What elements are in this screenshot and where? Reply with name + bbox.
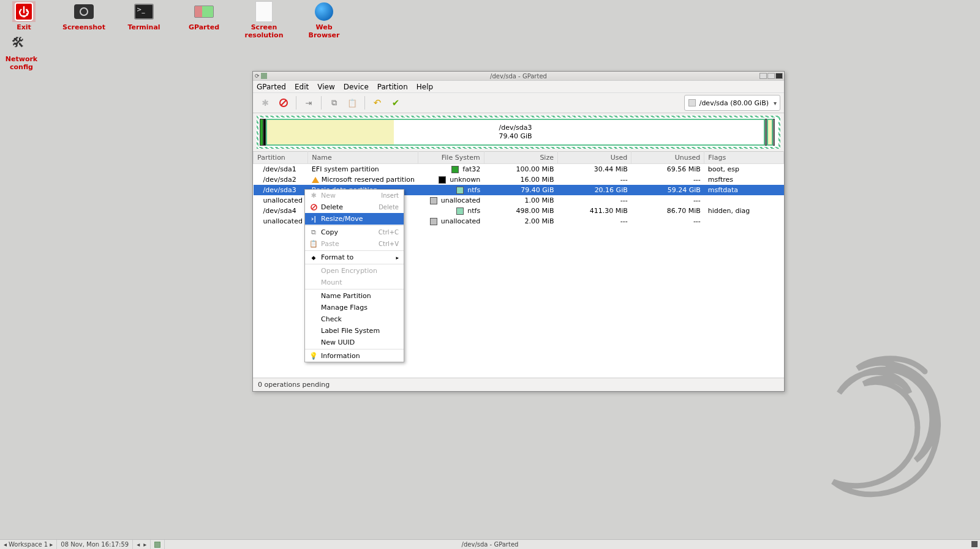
terminal-icon: >_ bbox=[132, 1, 156, 22]
maximize-button[interactable] bbox=[767, 73, 775, 79]
desktop-icon-screenshot[interactable]: Screenshot bbox=[62, 1, 105, 39]
debian-logo-backdrop bbox=[778, 341, 962, 512]
column-header-name[interactable]: Name bbox=[308, 152, 418, 164]
exit-icon: ⏻ bbox=[12, 1, 36, 22]
device-selector-label: /dev/sda (80.00 GiB) bbox=[699, 99, 769, 107]
menu-device[interactable]: Device bbox=[344, 83, 369, 91]
toolbar: ✱ ⇥ ⧉ 📋 ↶ ✔ /dev/sda (80.00 GiB) bbox=[253, 93, 784, 113]
prev-workspace-icon[interactable]: ◂ bbox=[4, 541, 7, 548]
device-selector[interactable]: /dev/sda (80.00 GiB) bbox=[684, 95, 780, 111]
ctx-format-to[interactable]: ◆Format to▸ bbox=[305, 252, 404, 263]
column-header-unused[interactable]: Unused bbox=[631, 152, 704, 164]
ctx-accelerator: Ctrl+C bbox=[379, 229, 399, 236]
ctx-manage-flags[interactable]: Manage Flags bbox=[305, 302, 404, 313]
fs-color-swatch bbox=[456, 207, 464, 215]
ctx-paste: 📋PasteCtrl+V bbox=[305, 238, 404, 250]
map-segment-unalloc2[interactable] bbox=[773, 119, 775, 146]
map-segment-sda4[interactable] bbox=[767, 119, 773, 146]
ctx-label-file-system[interactable]: Label File System bbox=[305, 325, 404, 337]
screenshot-icon bbox=[72, 1, 96, 22]
desktop-icon-terminal[interactable]: >_Terminal bbox=[123, 1, 165, 39]
menubar: GPartedEditViewDevicePartitionHelp bbox=[253, 81, 784, 93]
plus-icon: ✱ bbox=[310, 192, 317, 200]
resize-button[interactable]: ⇥ bbox=[300, 95, 317, 111]
refresh-icon[interactable]: ⟳ bbox=[255, 73, 260, 79]
system-tray[interactable] bbox=[971, 541, 980, 548]
menu-partition[interactable]: Partition bbox=[377, 83, 408, 91]
desktop-icon-webbrowser[interactable]: Web Browser bbox=[303, 1, 345, 39]
ctx-accelerator: Ctrl+V bbox=[379, 241, 399, 247]
partition-context-menu: ✱NewInsertDeleteDelete›|Resize/Move⧉Copy… bbox=[304, 189, 404, 362]
svg-line-3 bbox=[312, 206, 315, 209]
ctx-item-label: Label File System bbox=[321, 327, 380, 335]
menu-gparted[interactable]: GParted bbox=[257, 83, 286, 91]
desktop-icon-screenres[interactable]: Screen resolution bbox=[243, 1, 285, 39]
statusbar: 0 operations pending bbox=[253, 378, 784, 391]
fs-color-swatch bbox=[439, 176, 446, 184]
disk-graphical-map[interactable]: /dev/sda3 79.40 GiB bbox=[257, 116, 780, 149]
ctx-delete[interactable]: DeleteDelete bbox=[305, 201, 404, 213]
undo-button[interactable]: ↶ bbox=[369, 95, 386, 111]
ctx-item-label: Paste bbox=[321, 240, 339, 248]
paste-button[interactable]: 📋 bbox=[344, 95, 361, 111]
ctx-name-partition[interactable]: Name Partition bbox=[305, 290, 404, 302]
desktop-icon-label: Exit bbox=[17, 23, 31, 31]
resize-icon: ›| bbox=[310, 215, 317, 223]
info-icon: 💡 bbox=[310, 352, 317, 360]
table-row[interactable]: /dev/sda2Microsoft reserved partitionunk… bbox=[254, 174, 784, 185]
column-header-flags[interactable]: Flags bbox=[704, 152, 784, 164]
ctx-information[interactable]: 💡Information bbox=[305, 350, 404, 362]
taskbar-app-icon[interactable] bbox=[151, 540, 165, 549]
ctx-new-uuid[interactable]: New UUID bbox=[305, 337, 404, 348]
paste-icon: 📋 bbox=[310, 240, 317, 248]
ctx-resize-move[interactable]: ›|Resize/Move bbox=[305, 213, 404, 225]
window-title: /dev/sda - GParted bbox=[490, 73, 547, 80]
workspace-switcher[interactable]: ◂ Workspace 1 ▸ bbox=[0, 540, 57, 549]
submenu-arrow-icon: ▸ bbox=[396, 255, 399, 261]
window-titlebar[interactable]: ⟳ /dev/sda - GParted bbox=[253, 72, 784, 81]
taskbar-nav[interactable]: ◂▸ bbox=[133, 540, 151, 549]
ctx-item-label: Check bbox=[321, 315, 342, 323]
new-partition-button[interactable]: ✱ bbox=[257, 95, 274, 111]
column-header-partition[interactable]: Partition bbox=[254, 152, 308, 164]
column-header-size[interactable]: Size bbox=[484, 152, 557, 164]
fs-color-swatch bbox=[430, 218, 437, 225]
ctx-item-label: New bbox=[321, 192, 336, 200]
menu-help[interactable]: Help bbox=[417, 83, 433, 91]
ctx-item-label: Open Encryption bbox=[321, 267, 377, 275]
fs-color-swatch bbox=[451, 166, 459, 173]
gparted-icon bbox=[192, 1, 216, 22]
webbrowser-icon bbox=[312, 1, 336, 22]
ctx-check[interactable]: Check bbox=[305, 313, 404, 325]
ctx-item-label: New UUID bbox=[321, 338, 355, 346]
table-row[interactable]: /dev/sda1EFI system partitionfat32100.00… bbox=[254, 164, 784, 175]
taskbar: ◂ Workspace 1 ▸ 08 Nov, Mon 16:17:59 ◂▸ … bbox=[0, 539, 980, 549]
close-button[interactable] bbox=[775, 73, 783, 79]
ctx-new: ✱NewInsert bbox=[305, 190, 404, 201]
fs-color-swatch bbox=[430, 197, 437, 204]
minimize-button[interactable] bbox=[760, 73, 767, 79]
next-workspace-icon[interactable]: ▸ bbox=[50, 541, 53, 548]
ctx-item-label: Resize/Move bbox=[321, 215, 363, 223]
ctx-copy[interactable]: ⧉CopyCtrl+C bbox=[305, 226, 404, 238]
ctx-item-label: Information bbox=[321, 352, 360, 360]
ctx-item-label: Format to bbox=[321, 253, 353, 261]
disk-icon bbox=[688, 99, 696, 106]
taskbar-clock[interactable]: 08 Nov, Mon 16:17:59 bbox=[57, 540, 133, 549]
column-header-used[interactable]: Used bbox=[557, 152, 631, 164]
column-header-file-system[interactable]: File System bbox=[418, 152, 484, 164]
apply-button[interactable]: ✔ bbox=[387, 95, 404, 111]
desktop-icon-label: Terminal bbox=[127, 23, 160, 31]
map-segment-sda3[interactable]: /dev/sda3 79.40 GiB bbox=[266, 119, 765, 146]
menu-edit[interactable]: Edit bbox=[295, 83, 309, 91]
desktop-icon-label: Web Browser bbox=[303, 23, 345, 39]
delete-partition-button[interactable] bbox=[275, 95, 292, 111]
ctx-item-label: Mount bbox=[321, 278, 342, 286]
copy-button[interactable]: ⧉ bbox=[325, 95, 342, 111]
desktop-icon-label: Screenshot bbox=[62, 23, 105, 31]
copy-icon: ⧉ bbox=[310, 228, 317, 236]
menu-view[interactable]: View bbox=[317, 83, 334, 91]
desktop-icon-gparted[interactable]: GParted bbox=[183, 1, 225, 39]
desktop-icon-netconfig[interactable]: 🛠Network config bbox=[0, 33, 43, 71]
taskbar-active-title[interactable]: /dev/sda - GParted bbox=[462, 541, 519, 548]
